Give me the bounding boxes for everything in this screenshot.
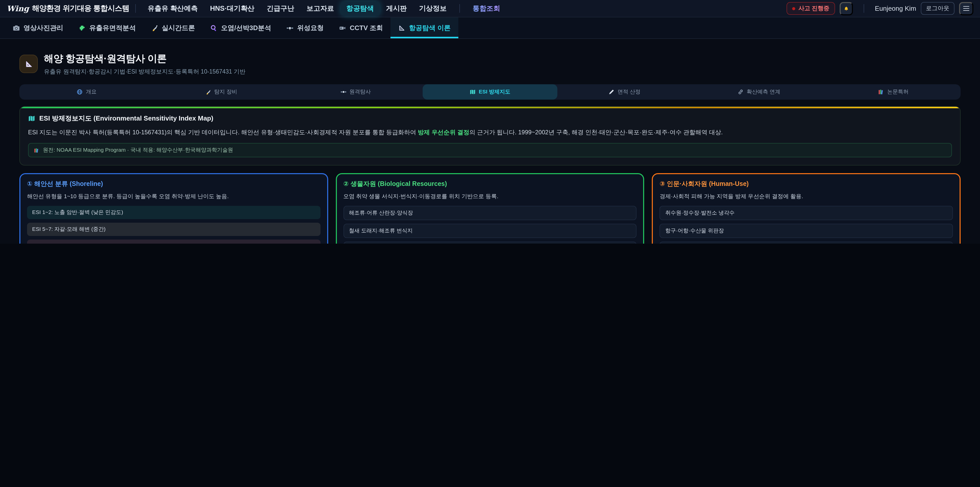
nav-item-integrated-search[interactable]: 통합조회 xyxy=(467,1,506,16)
hamburger-icon xyxy=(963,6,969,6)
tab-label: 원격탐사 xyxy=(349,88,371,96)
subnav-item-realtime-drone[interactable]: 실시간드론 xyxy=(143,18,203,38)
esi-source-note: 원전: NOAA ESI Mapping Program · 국내 적용: 해양… xyxy=(28,143,952,157)
user-divider xyxy=(864,4,864,13)
card-biological: ② 생물자원 (Biological Resources) 오염 취약 생물 서… xyxy=(336,173,644,244)
tab-remote-sensing[interactable]: 원격탐사 xyxy=(288,84,423,100)
subnav-label: CCTV 조회 xyxy=(350,23,383,32)
esi-body-post: 의 근거가 됩니다. 1999~2002년 구축, 해경 인천·태안·군산·목포… xyxy=(469,129,723,136)
list-item: 철새 도래지·해조류 번식지 xyxy=(343,224,636,238)
app-root: Wing 해양환경 위기대응 통합시스템 유출유 확산예측 HNS·대기확산 긴… xyxy=(0,0,980,244)
esi-info-panel: ESI 방제정보지도 (Environmental Sensitivity In… xyxy=(19,106,961,166)
list-item: 항구·어항·수산물 위판장 xyxy=(660,224,953,238)
satellite-dish-icon xyxy=(205,89,211,95)
tab-diffusion-link[interactable]: 확산예측 연계 xyxy=(692,84,826,100)
hamburger-menu-button[interactable] xyxy=(959,2,974,15)
notifications-button[interactable] xyxy=(840,2,853,15)
nav-item-oil-spread[interactable]: 유출유 확산예측 xyxy=(142,1,204,16)
card-shoreline: ① 해안선 분류 (Shoreline) 해안선 유형을 1~10 등급으로 분… xyxy=(19,173,328,244)
page-header: 해양 항공탐색·원격탐사 이론 유출유 원격탐지·항공감시 기법·ESI 방제정… xyxy=(19,52,961,76)
satellite-dish-icon xyxy=(151,24,158,31)
nav-item-board[interactable]: 게시판 xyxy=(380,1,412,16)
esi-body-pre: ESI 지도는 이문진 박사 특허(등록특허 10-1567431)의 핵심 기… xyxy=(28,129,418,136)
top-bar: Wing 해양환경 위기대응 통합시스템 유출유 확산예측 HNS·대기확산 긴… xyxy=(0,0,980,18)
card-human-use-title: ③ 인문·사회자원 (Human-Use) xyxy=(660,180,953,188)
tab-label: 면적 산정 xyxy=(617,88,641,96)
esi-panel-body: ESI 지도는 이문진 박사 특허(등록특허 10-1567431)의 핵심 기… xyxy=(28,128,952,137)
card-shoreline-rows: ESI 1~2: 노출 암반·절벽 (낮은 민감도) ESI 5~7: 자갈·모… xyxy=(27,206,320,244)
page-header-icon-box xyxy=(19,55,38,73)
subnav-item-pollution-3d-analysis[interactable]: 오염/선박3D분석 xyxy=(203,18,279,38)
logo-divider xyxy=(135,4,136,13)
subnav-item-satellite-request[interactable]: 위성요청 xyxy=(279,18,331,38)
books-icon xyxy=(878,89,884,95)
nav-item-reports[interactable]: 보고자료 xyxy=(301,1,340,16)
status-dot-icon xyxy=(792,7,795,10)
subnav-label: 오염/선박3D분석 xyxy=(221,23,271,32)
link-icon xyxy=(738,89,744,95)
sub-nav: 영상사진관리 유출유면적분석 실시간드론 오염/선박3D분석 xyxy=(0,18,980,39)
pen-icon xyxy=(608,89,614,95)
tab-area-calculation[interactable]: 면적 산정 xyxy=(557,84,692,100)
nav-item-rescue[interactable]: 긴급구난 xyxy=(261,1,300,16)
subnav-label: 위성요청 xyxy=(297,23,324,32)
tab-papers-patents[interactable]: 논문특허 xyxy=(826,84,961,100)
tab-label: 탐지 장비 xyxy=(214,88,237,96)
list-item: 해조류·어류 산란장·양식장 xyxy=(343,206,636,220)
nav-item-hns[interactable]: HNS·대기확산 xyxy=(204,1,260,16)
esi-panel-title-text: ESI 방제정보지도 (Environmental Sensitivity In… xyxy=(39,114,213,123)
books-icon xyxy=(34,147,39,153)
card-human-use: ③ 인문·사회자원 (Human-Use) 경제·사회적 피해 가능 지역을 방… xyxy=(652,173,961,244)
esi-category-cards: ① 해안선 분류 (Shoreline) 해안선 유형을 1~10 등급으로 분… xyxy=(19,173,961,244)
bell-icon xyxy=(844,5,849,12)
triangle-ruler-icon xyxy=(24,59,33,68)
list-item: 취수원·정수장·발전소 냉각수 xyxy=(660,206,953,220)
tab-label: 확산예측 연계 xyxy=(747,88,780,96)
nav-item-aerial-search[interactable]: 항공탐색 xyxy=(341,1,380,16)
list-item: ESI 5~7: 자갈·모래 해변 (중간) xyxy=(27,223,320,236)
app-title: 해양환경 위기대응 통합시스템 xyxy=(32,3,129,13)
app-logo[interactable]: Wing 해양환경 위기대응 통합시스템 xyxy=(6,3,129,13)
main-content: 해양 항공탐색·원격탐사 이론 유출유 원격탐지·항공감시 기법·ESI 방제정… xyxy=(0,39,980,244)
card-shoreline-title: ① 해안선 분류 (Shoreline) xyxy=(27,180,320,188)
cctv-icon xyxy=(339,24,346,31)
card-human-use-desc: 경제·사회적 피해 가능 지역을 방제 우선순위 결정에 활용. xyxy=(660,193,953,200)
subnav-label: 영상사진관리 xyxy=(24,23,63,32)
subnav-item-cctv[interactable]: CCTV 조회 xyxy=(331,18,390,38)
section-tabs: 개요 탐지 장비 원격탐사 xyxy=(19,84,961,100)
esi-panel-title: ESI 방제정보지도 (Environmental Sensitivity In… xyxy=(28,114,952,123)
list-item: 해수욕장·관광지·문화재 xyxy=(660,241,953,244)
page-title: 해양 항공탐색·원격탐사 이론 xyxy=(44,52,245,65)
page-subtitle: 유출유 원격탐지·항공감시 기법·ESI 방제정보지도·등록특허 10-1567… xyxy=(44,68,245,76)
satellite-icon xyxy=(286,24,293,31)
tab-label: ESI 방제지도 xyxy=(479,88,511,96)
subnav-item-photo-management[interactable]: 영상사진관리 xyxy=(5,18,71,38)
magnifier-icon xyxy=(210,24,218,31)
tab-esi-map[interactable]: ESI 방제지도 xyxy=(423,84,557,100)
incident-status-badge: 사고 진행중 xyxy=(787,2,835,15)
tab-overview[interactable]: 개요 xyxy=(19,84,154,100)
subnav-item-oil-area-analysis[interactable]: 유출유면적분석 xyxy=(71,18,143,38)
map-icon xyxy=(28,115,35,122)
tab-label: 논문특허 xyxy=(887,88,908,96)
map-icon xyxy=(469,89,476,95)
logout-button[interactable]: 로그아웃 xyxy=(921,2,955,15)
list-item: ESI 8~10: 조간대·갯벌·맹그로브 (최고) xyxy=(27,240,320,244)
card-human-use-rows: 취수원·정수장·발전소 냉각수 항구·어항·수산물 위판장 해수욕장·관광지·문… xyxy=(660,206,953,244)
camera-icon xyxy=(13,24,20,31)
incident-status-label: 사고 진행중 xyxy=(799,5,829,12)
subnav-label: 유출유면적분석 xyxy=(89,23,136,32)
subnav-item-aerial-theory[interactable]: 항공탐색 이론 xyxy=(390,18,458,38)
esi-body-highlight: 방제 우선순위 결정 xyxy=(418,129,469,136)
page-header-text: 해양 항공탐색·원격탐사 이론 유출유 원격탐지·항공감시 기법·ESI 방제정… xyxy=(44,52,245,76)
logo-wing-mark: Wing xyxy=(6,4,29,13)
nav-item-weather[interactable]: 기상정보 xyxy=(414,1,452,16)
card-biological-desc: 오염 취약 생물 서식지·번식지·이동경로를 위치 기반으로 등록. xyxy=(343,193,636,200)
subnav-label: 실시간드론 xyxy=(162,23,195,32)
user-name: Eunjeong Kim xyxy=(875,5,916,12)
card-shoreline-desc: 해안선 유형을 1~10 등급으로 분류. 등급이 높을수록 오염 취약·방제 … xyxy=(27,193,320,200)
tab-label: 개요 xyxy=(86,88,97,96)
top-bar-right: 사고 진행중 Eunjeong Kim 로그아웃 xyxy=(787,2,974,15)
globe-icon xyxy=(76,89,83,95)
tab-detection-equipment[interactable]: 탐지 장비 xyxy=(154,84,288,100)
